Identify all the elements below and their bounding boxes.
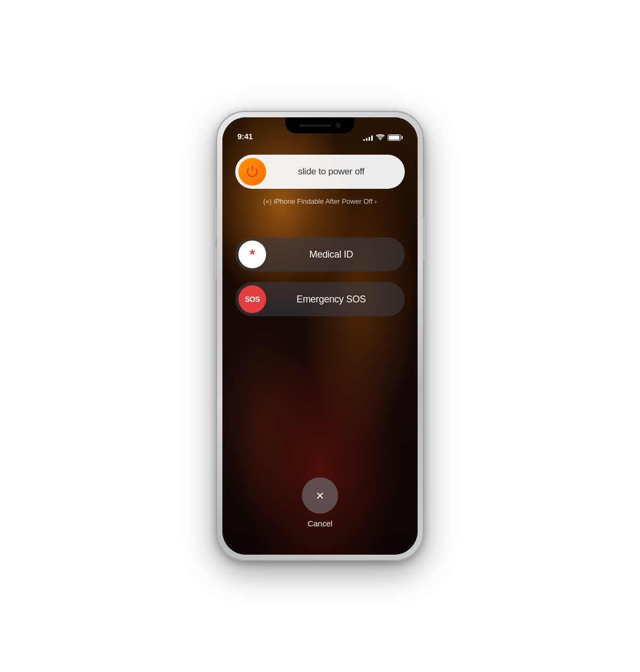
power-icon: [238, 158, 266, 186]
power-button[interactable]: [423, 218, 426, 260]
screen-content: slide to power off («) iPhone Findable A…: [222, 144, 418, 555]
findable-text[interactable]: («) iPhone Findable After Power Off ›: [263, 197, 377, 205]
battery-icon: [388, 134, 403, 141]
power-slider-label: slide to power off: [266, 166, 402, 177]
medical-id-button[interactable]: * Medical ID: [235, 237, 405, 271]
status-icons: [363, 134, 403, 141]
notch: [285, 117, 355, 133]
phone-screen: 9:41: [222, 117, 418, 555]
sos-label: Emergency SOS: [266, 294, 402, 305]
camera: [335, 123, 341, 128]
speaker: [299, 124, 331, 127]
cancel-icon: ×: [316, 489, 324, 502]
phone-frame: 9:41: [216, 111, 424, 561]
signal-icon: [363, 134, 373, 141]
sos-icon: SOS: [238, 285, 266, 313]
wifi-icon: [376, 134, 385, 141]
power-symbol-icon: [246, 166, 258, 178]
cancel-section: × Cancel: [302, 477, 338, 528]
cancel-label: Cancel: [308, 519, 333, 528]
medical-icon: *: [238, 241, 266, 268]
status-time: 9:41: [237, 132, 253, 141]
volume-up-button[interactable]: [214, 207, 217, 239]
cancel-button[interactable]: ×: [302, 477, 338, 514]
volume-down-button[interactable]: [214, 247, 217, 279]
sos-text-icon: SOS: [245, 295, 260, 303]
medical-id-label: Medical ID: [266, 249, 402, 260]
power-off-slider[interactable]: slide to power off: [235, 155, 405, 189]
emergency-sos-button[interactable]: SOS Emergency SOS: [235, 282, 405, 316]
asterisk-icon: *: [250, 247, 255, 261]
